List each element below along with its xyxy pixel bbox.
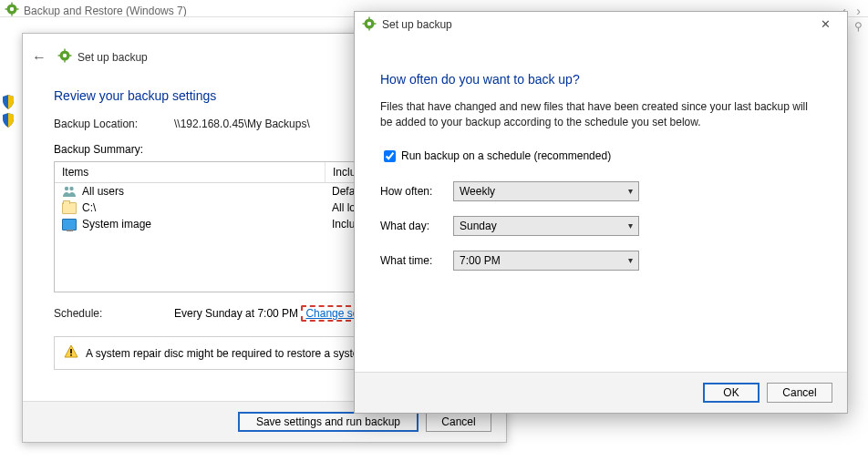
svg-rect-18 (368, 16, 369, 19)
svg-point-1 (10, 7, 14, 11)
setup-backup-icon (57, 48, 72, 66)
shield-icon (2, 113, 15, 128)
svg-rect-19 (368, 27, 369, 30)
svg-point-7 (63, 54, 67, 57)
item-name: All users (82, 185, 124, 198)
what-time-value: 7:00 PM (460, 254, 501, 267)
svg-point-12 (65, 187, 68, 190)
modal-title: Set up backup (382, 18, 452, 31)
what-day-select[interactable]: Sunday ▾ (453, 216, 639, 236)
item-name: C:\ (82, 201, 96, 214)
warning-icon (64, 344, 78, 362)
what-time-label: What time: (380, 254, 453, 267)
how-often-select[interactable]: Weekly ▾ (453, 181, 639, 201)
chevron-down-icon: ▾ (628, 186, 633, 196)
svg-point-13 (69, 187, 73, 190)
item-name: System image (82, 218, 151, 230)
folder-icon (62, 200, 77, 215)
svg-rect-15 (70, 354, 72, 356)
svg-rect-11 (69, 55, 72, 56)
modal-heading: How often do you want to back up? (380, 72, 822, 87)
what-time-select[interactable]: 7:00 PM ▾ (453, 251, 639, 271)
svg-rect-21 (374, 23, 377, 24)
ok-button[interactable]: OK (703, 383, 760, 403)
cancel-button[interactable]: Cancel (426, 412, 491, 432)
how-often-label: How often: (380, 185, 453, 198)
search-icon[interactable]: ⚲ (854, 20, 863, 33)
svg-rect-20 (363, 23, 366, 24)
nav-forward-icon[interactable]: › (856, 4, 861, 18)
svg-rect-10 (58, 55, 61, 56)
how-often-value: Weekly (460, 185, 495, 198)
backup-location-label: Backup Location: (54, 118, 174, 130)
back-arrow-icon[interactable]: ← (32, 49, 46, 66)
schedule-label: Schedule: (54, 307, 174, 320)
run-on-schedule-label: Run backup on a schedule (recommended) (401, 149, 611, 162)
what-day-label: What day: (380, 220, 453, 232)
close-button[interactable]: ✕ (807, 14, 843, 34)
save-settings-run-backup-button[interactable]: Save settings and run backup (238, 412, 418, 432)
column-items[interactable]: Items (55, 162, 326, 182)
shield-icon (2, 95, 15, 109)
svg-point-17 (367, 21, 371, 25)
monitor-icon (62, 217, 77, 231)
what-day-value: Sunday (460, 220, 497, 232)
parent-window-title-text: Backup and Restore (Windows 7) (24, 5, 187, 17)
modal-titlebar: Set up backup ✕ (355, 12, 847, 37)
svg-rect-4 (5, 8, 8, 9)
svg-rect-2 (11, 3, 12, 5)
setup-backup-icon (362, 16, 377, 34)
backup-location-value: \\192.168.0.45\My Backups\ (174, 118, 310, 130)
modal-description: Files that have changed and new files th… (380, 99, 822, 131)
svg-rect-5 (16, 8, 19, 9)
svg-rect-14 (70, 349, 72, 353)
schedule-modal: Set up backup ✕ How often do you want to… (354, 11, 848, 414)
wizard-title: Set up backup (78, 51, 148, 64)
run-on-schedule-row[interactable]: Run backup on a schedule (recommended) (380, 148, 822, 165)
chevron-down-icon: ▾ (628, 220, 633, 230)
chevron-down-icon: ▾ (628, 255, 633, 265)
svg-rect-9 (64, 60, 65, 63)
modal-footer: OK Cancel (355, 372, 847, 413)
svg-rect-8 (64, 49, 65, 52)
close-icon: ✕ (821, 17, 831, 31)
schedule-value: Every Sunday at 7:00 PM (174, 307, 298, 320)
users-icon (62, 184, 77, 199)
cancel-button[interactable]: Cancel (767, 383, 832, 403)
run-on-schedule-checkbox[interactable] (384, 150, 396, 162)
